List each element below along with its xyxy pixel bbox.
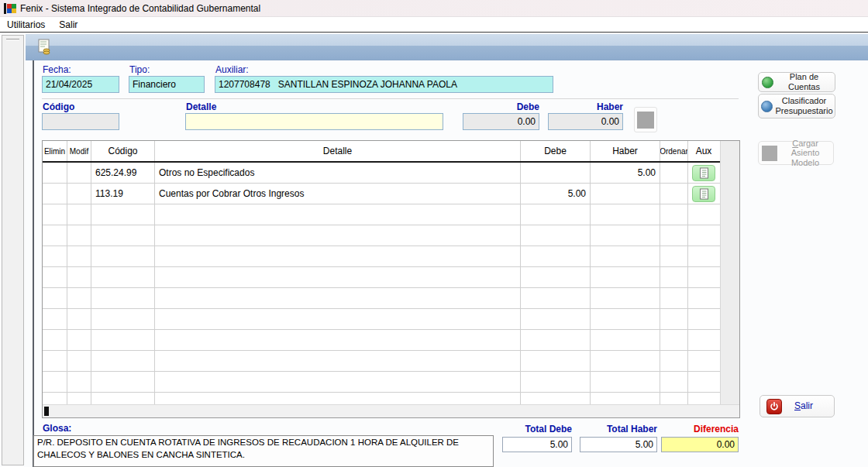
green-sphere-icon: [762, 77, 773, 88]
cell-debe: [521, 267, 591, 287]
vertical-scrollbar[interactable]: [720, 141, 739, 404]
aux-document-button[interactable]: [692, 165, 715, 181]
clasificador-label: Clasificador Presupuestario: [776, 96, 833, 115]
haber-input[interactable]: 0.00: [548, 113, 623, 130]
cell-codigo: [91, 330, 155, 350]
power-icon: [766, 399, 782, 414]
glosa-textarea[interactable]: P/R. DEPOSITO EN CUENTA ROTATIVA DE INGR…: [33, 435, 494, 467]
cell-ordenar: [660, 225, 688, 246]
debe-input[interactable]: 0.00: [463, 113, 539, 130]
total-debe-value: 5.00: [502, 437, 572, 452]
cell-debe: [521, 309, 591, 329]
add-line-button[interactable]: [634, 107, 657, 132]
cell-detalle: [155, 393, 521, 404]
cell-codigo: [91, 351, 155, 371]
table-row-empty[interactable]: [43, 246, 720, 267]
cell-ordenar: [660, 351, 688, 371]
cell-detalle: Otros no Especificados: [155, 163, 521, 183]
cell-modif: [67, 204, 91, 225]
cell-elimin: [43, 330, 67, 350]
new-entry-button[interactable]: [35, 37, 55, 57]
table-row-empty[interactable]: [43, 267, 720, 288]
table-row-empty[interactable]: [43, 225, 720, 246]
column-header-ordenar: Ordenar: [660, 141, 688, 161]
cell-haber: [591, 184, 660, 204]
table-row-empty[interactable]: [43, 309, 720, 330]
cell-codigo: [91, 225, 155, 246]
cell-elimin: [43, 393, 67, 404]
cell-codigo: [91, 288, 155, 308]
blue-sphere-icon: [761, 101, 773, 112]
window-title: Fenix - Sistema Integrado de Contabilida…: [20, 3, 260, 14]
table-row-empty[interactable]: [43, 393, 720, 404]
menu-utilitarios[interactable]: Utilitarios: [0, 18, 52, 32]
cell-debe: [521, 204, 591, 225]
entries-grid[interactable]: EliminModifCódigoDetalleDebeHaberOrdenar…: [43, 141, 720, 404]
codigo-input[interactable]: [42, 113, 119, 130]
table-row[interactable]: 625.24.99Otros no Especificados5.00: [43, 163, 720, 184]
cell-modif: [67, 372, 91, 392]
cell-ordenar: [660, 184, 688, 204]
salir-button[interactable]: Salir: [760, 395, 835, 417]
cell-modif: [67, 330, 91, 350]
cell-codigo: [91, 267, 155, 287]
table-row-empty[interactable]: [43, 351, 720, 372]
cell-elimin: [43, 163, 67, 183]
cell-ordenar: [660, 372, 688, 392]
cell-debe: [521, 372, 591, 392]
codigo-label: Código: [43, 101, 74, 112]
detalle-input[interactable]: [185, 113, 443, 130]
scrollbar-thumb[interactable]: [44, 407, 49, 416]
separator-line: [42, 98, 739, 99]
aux-cell: [688, 204, 719, 225]
menu-salir[interactable]: Salir: [52, 18, 84, 32]
clasificador-presupuestario-button[interactable]: Clasificador Presupuestario: [758, 94, 835, 118]
cell-elimin: [43, 288, 67, 308]
cell-ordenar: [660, 309, 688, 329]
document-coins-icon: [36, 39, 53, 56]
horizontal-scrollbar[interactable]: [43, 404, 739, 417]
plan-de-cuentas-button[interactable]: Plan de Cuentas: [758, 72, 835, 92]
column-header-debe: Debe: [521, 141, 591, 161]
table-row-empty[interactable]: [43, 288, 720, 309]
cell-debe: [521, 393, 591, 404]
cell-haber: [591, 372, 660, 392]
panel-grip-handle[interactable]: [6, 39, 19, 40]
cell-codigo: 625.24.99: [91, 163, 155, 183]
column-header-c-digo: Código: [91, 141, 155, 161]
cargar-asiento-modelo-button[interactable]: Cargar Asiento Modelo: [758, 141, 834, 165]
cell-modif: [67, 393, 91, 404]
salir-label: Salir: [794, 401, 813, 412]
cell-modif: [67, 309, 91, 329]
gray-square-icon: [762, 146, 777, 161]
diferencia-value: 0.00: [661, 437, 739, 452]
left-collapsed-panel[interactable]: [2, 35, 24, 465]
cell-elimin: [43, 246, 67, 266]
fecha-input[interactable]: 21/04/2025: [42, 76, 119, 93]
cell-elimin: [43, 309, 67, 329]
cell-detalle: [155, 267, 521, 287]
app-logo-icon: [4, 3, 16, 14]
aux-cell: [688, 267, 719, 287]
auxiliar-input[interactable]: 1207708478 SANTILLAN ESPINOZA JOHANNA PA…: [215, 76, 553, 93]
cell-haber: [591, 330, 660, 350]
cell-codigo: [91, 393, 155, 404]
auxiliar-label: Auxiliar:: [215, 64, 249, 75]
cell-detalle: Cuentas por Cobrar Otros Ingresos: [155, 184, 521, 204]
table-row-empty[interactable]: [43, 330, 720, 351]
cell-detalle: [155, 204, 521, 225]
cell-modif: [67, 225, 91, 246]
table-row-empty[interactable]: [43, 204, 720, 225]
cell-debe: [521, 351, 591, 371]
table-row-empty[interactable]: [43, 372, 720, 393]
cell-haber: 5.00: [591, 163, 660, 183]
total-debe-label: Total Debe: [502, 424, 572, 434]
aux-cell: [688, 372, 719, 392]
aux-document-button[interactable]: [692, 186, 715, 202]
cell-modif: [67, 184, 91, 204]
aux-cell: [688, 225, 719, 246]
tipo-input[interactable]: Financiero: [129, 76, 205, 93]
cell-debe: [521, 288, 591, 308]
table-row[interactable]: 113.19Cuentas por Cobrar Otros Ingresos5…: [43, 184, 720, 204]
cell-haber: [591, 288, 660, 308]
